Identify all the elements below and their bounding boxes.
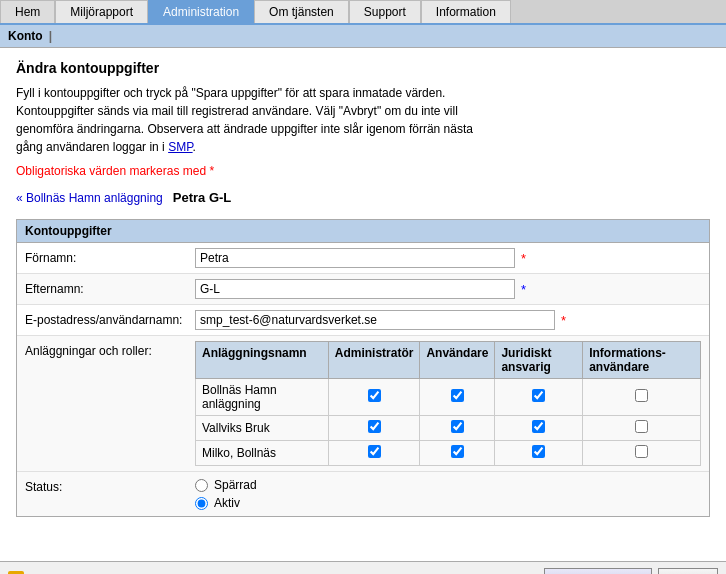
email-input[interactable] xyxy=(195,310,555,330)
status-aktiv-label: Aktiv xyxy=(214,496,240,510)
checkbox-user-row1[interactable] xyxy=(451,420,464,433)
tab-miljorapport[interactable]: Miljörapport xyxy=(55,0,148,23)
smp-link[interactable]: SMP xyxy=(168,140,192,154)
tab-administration[interactable]: Administration xyxy=(148,0,254,23)
status-label: Status: xyxy=(25,478,195,494)
roles-table: Anläggningsnamn Administratör Användare … xyxy=(195,341,701,466)
checkbox-cell-info xyxy=(583,416,701,441)
main-content: Ändra kontouppgifter Fyll i kontouppgift… xyxy=(0,48,726,541)
back-link[interactable]: « Bollnäs Hamn anläggning xyxy=(16,191,163,205)
intro-line3: genomföra ändringarna. Observera att änd… xyxy=(16,122,473,136)
checkbox-info-row0[interactable] xyxy=(635,389,648,402)
email-row: E-postadress/användarnamn: * xyxy=(17,305,709,336)
roles-label: Anläggningar och roller: xyxy=(25,341,195,358)
breadcrumb-section: Konto xyxy=(8,29,43,43)
firstname-input[interactable] xyxy=(195,248,515,268)
breadcrumb: Konto | xyxy=(0,25,726,48)
intro-line4-suffix: . xyxy=(193,140,196,154)
checkbox-juridisk-row1[interactable] xyxy=(532,420,545,433)
tab-support[interactable]: Support xyxy=(349,0,421,23)
user-nav-row: « Bollnäs Hamn anläggning Petra G-L xyxy=(16,190,710,205)
checkbox-user-row2[interactable] xyxy=(451,445,464,458)
mandatory-star: * xyxy=(209,164,214,178)
checkbox-cell-admin xyxy=(328,379,420,416)
status-sparrad-radio[interactable] xyxy=(195,479,208,492)
lastname-field-wrapper: * xyxy=(195,279,701,299)
intro-line4-prefix: gång användaren loggar in i xyxy=(16,140,168,154)
checkbox-cell-info xyxy=(583,379,701,416)
col-header-info: Informations-användare xyxy=(583,342,701,379)
mandatory-text: Obligatoriska värden markeras med xyxy=(16,164,209,178)
status-aktiv-option[interactable]: Aktiv xyxy=(195,496,257,510)
facility-name: Vallviks Bruk xyxy=(196,416,329,441)
tab-information[interactable]: Information xyxy=(421,0,511,23)
firstname-label: Förnamn: xyxy=(25,248,195,265)
email-label: E-postadress/användarnamn: xyxy=(25,310,195,327)
checkbox-cell-juridisk xyxy=(495,441,583,466)
checkbox-user-row0[interactable] xyxy=(451,389,464,402)
checkbox-cell-info xyxy=(583,441,701,466)
section-header: Kontouppgifter xyxy=(17,220,709,243)
roles-table-container: Anläggningsnamn Administratör Användare … xyxy=(195,341,701,466)
status-aktiv-radio[interactable] xyxy=(195,497,208,510)
intro-line1: Fyll i kontouppgifter och tryck på "Spar… xyxy=(16,86,445,100)
cancel-button[interactable]: Avbryt xyxy=(658,568,718,574)
firstname-required-star: * xyxy=(521,248,526,266)
table-row: Milko, Bollnäs xyxy=(196,441,701,466)
table-row: Vallviks Bruk xyxy=(196,416,701,441)
checkbox-info-row1[interactable] xyxy=(635,420,648,433)
intro-text: Fyll i kontouppgifter och tryck på "Spar… xyxy=(16,84,710,156)
email-field-wrapper: * xyxy=(195,310,701,330)
checkbox-cell-juridisk xyxy=(495,379,583,416)
roles-row: Anläggningar och roller: Anläggningsnamn… xyxy=(17,336,709,472)
table-row: Bollnäs Hamn anläggning xyxy=(196,379,701,416)
checkbox-cell-user xyxy=(420,416,495,441)
footer-buttons: Spara uppgifter Avbryt xyxy=(544,568,718,574)
checkbox-admin-row1[interactable] xyxy=(368,420,381,433)
checkbox-cell-admin xyxy=(328,441,420,466)
navigation-tabs: Hem Miljörapport Administration Om tjäns… xyxy=(0,0,726,25)
col-header-juridisk: Juridiskt ansvarig xyxy=(495,342,583,379)
checkbox-cell-user xyxy=(420,379,495,416)
firstname-row: Förnamn: * xyxy=(17,243,709,274)
tab-hem[interactable]: Hem xyxy=(0,0,55,23)
col-header-admin: Administratör xyxy=(328,342,420,379)
col-header-user: Användare xyxy=(420,342,495,379)
lastname-input[interactable] xyxy=(195,279,515,299)
breadcrumb-pipe: | xyxy=(49,29,52,43)
tab-om-tjansten[interactable]: Om tjänsten xyxy=(254,0,349,23)
facility-name: Bollnäs Hamn anläggning xyxy=(196,379,329,416)
account-section-box: Kontouppgifter Förnamn: * Efternamn: * E… xyxy=(16,219,710,517)
save-button[interactable]: Spara uppgifter xyxy=(544,568,652,574)
checkbox-juridisk-row2[interactable] xyxy=(532,445,545,458)
status-options: Spärrad Aktiv xyxy=(195,478,257,510)
status-row: Status: Spärrad Aktiv xyxy=(17,472,709,516)
checkbox-info-row2[interactable] xyxy=(635,445,648,458)
col-header-name: Anläggningsnamn xyxy=(196,342,329,379)
email-required-star: * xyxy=(561,310,566,328)
page-title: Ändra kontouppgifter xyxy=(16,60,710,76)
checkbox-cell-admin xyxy=(328,416,420,441)
status-sparrad-label: Spärrad xyxy=(214,478,257,492)
lastname-label: Efternamn: xyxy=(25,279,195,296)
status-sparrad-option[interactable]: Spärrad xyxy=(195,478,257,492)
checkbox-admin-row2[interactable] xyxy=(368,445,381,458)
lastname-required-star: * xyxy=(521,279,526,297)
checkbox-admin-row0[interactable] xyxy=(368,389,381,402)
checkbox-cell-juridisk xyxy=(495,416,583,441)
firstname-field-wrapper: * xyxy=(195,248,701,268)
intro-line2: Kontouppgifter sänds via mail till regis… xyxy=(16,104,458,118)
checkbox-juridisk-row0[interactable] xyxy=(532,389,545,402)
footer: ? Hjälp Spara uppgifter Avbryt xyxy=(0,561,726,574)
mandatory-note: Obligatoriska värden markeras med * xyxy=(16,164,710,178)
lastname-row: Efternamn: * xyxy=(17,274,709,305)
facility-name: Milko, Bollnäs xyxy=(196,441,329,466)
checkbox-cell-user xyxy=(420,441,495,466)
current-user-name: Petra G-L xyxy=(173,190,232,205)
